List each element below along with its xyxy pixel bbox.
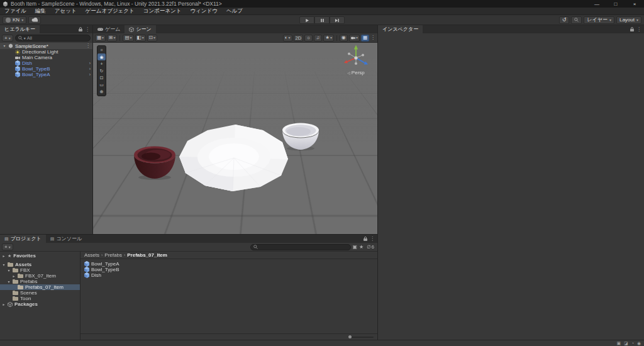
- rect-tool-button[interactable]: ▭: [97, 81, 106, 88]
- tab-game[interactable]: ゲーム: [93, 25, 125, 33]
- hidden-packages-toggle[interactable]: ∅ 6: [365, 244, 375, 250]
- console-status-icon[interactable]: ◪: [624, 341, 628, 345]
- tab-scene[interactable]: シーン: [125, 25, 155, 33]
- prefab-open-arrow-icon[interactable]: ›: [89, 61, 92, 65]
- lock-icon[interactable]: [364, 237, 367, 241]
- kebab-menu-icon[interactable]: ⋮: [86, 43, 92, 48]
- tree-item-favorites[interactable]: ▸ ★ Favorites: [0, 253, 80, 259]
- file-item-bowl-typea[interactable]: Bowl_TypeA: [80, 261, 377, 267]
- undo-history-button[interactable]: ↺: [559, 16, 570, 24]
- scale-tool-button[interactable]: ⊡: [97, 74, 106, 81]
- grid-snap-dropdown[interactable]: ⊞▾: [107, 35, 117, 42]
- pivot-mode-dropdown[interactable]: ▤▾: [123, 35, 133, 42]
- hierarchy-item-dish[interactable]: Dish ›: [0, 60, 92, 66]
- tree-item-scenes[interactable]: Scenes: [0, 290, 80, 296]
- menu-file[interactable]: ファイル: [0, 8, 31, 15]
- play-button[interactable]: [299, 16, 314, 24]
- foldout-open-icon[interactable]: ▾: [7, 269, 11, 272]
- breadcrumb-prefabs[interactable]: Prefabs: [104, 252, 122, 258]
- effects-dropdown[interactable]: ★▾: [323, 35, 334, 42]
- hierarchy-item-directional-light[interactable]: Directional Light: [0, 49, 92, 55]
- tree-item-prefabs-07-item[interactable]: Prefabs_07_Item: [0, 284, 80, 290]
- tab-hierarchy[interactable]: ヒエラルキー: [0, 25, 40, 33]
- activity-icon[interactable]: ▣: [616, 341, 621, 345]
- foldout-closed-icon[interactable]: ▸: [2, 303, 6, 306]
- layers-dropdown[interactable]: レイヤー ▾: [584, 16, 614, 24]
- rotate-tool-button[interactable]: ↻: [97, 67, 106, 74]
- overlay-grip-icon[interactable]: =: [97, 47, 106, 53]
- file-item-bowl-typeb[interactable]: Bowl_TypeB: [80, 267, 377, 272]
- file-item-dish[interactable]: Dish: [80, 272, 377, 278]
- foldout-closed-icon[interactable]: ▸: [12, 274, 16, 278]
- status-menu-icon[interactable]: ◉: [637, 341, 641, 345]
- dish-object[interactable]: [179, 125, 288, 191]
- menu-gameobject[interactable]: ゲームオブジェクト: [81, 8, 139, 15]
- tree-item-fbx-07-item[interactable]: ▸ FBX_07_Item: [0, 273, 80, 279]
- hierarchy-item-main-camera[interactable]: Main Camera: [0, 55, 92, 60]
- icon-size-slider[interactable]: [348, 337, 374, 338]
- prefab-open-arrow-icon[interactable]: ›: [89, 67, 92, 71]
- step-button[interactable]: [330, 16, 345, 24]
- lock-icon[interactable]: [79, 27, 82, 31]
- cloud-services-button[interactable]: [28, 16, 41, 24]
- transform-tool-button[interactable]: ⊕: [97, 88, 106, 95]
- view-tool-button[interactable]: ◉: [97, 53, 106, 60]
- prefab-open-arrow-icon[interactable]: ›: [89, 72, 92, 77]
- scene-canvas[interactable]: = ◉ + ↻ ⊡ ▭ ⊕: [93, 43, 377, 234]
- menu-assets[interactable]: アセット: [50, 8, 81, 15]
- grid-visibility-dropdown[interactable]: ▦▾: [95, 35, 106, 42]
- gizmos-toggle[interactable]: ▦: [361, 35, 369, 42]
- close-button[interactable]: ×: [625, 0, 644, 8]
- snap-toggle-dropdown[interactable]: ⊡▾: [147, 35, 157, 42]
- tree-item-toon[interactable]: Toon: [0, 296, 80, 301]
- foldout-open-icon[interactable]: ▾: [3, 44, 6, 48]
- foldout-open-icon[interactable]: ▾: [2, 263, 6, 267]
- menu-edit[interactable]: 編集: [31, 8, 50, 15]
- orientation-gizmo[interactable]: ◁ Persp: [338, 44, 374, 75]
- audio-toggle[interactable]: ♫: [314, 35, 322, 42]
- kebab-menu-icon[interactable]: ⋮: [370, 237, 375, 242]
- hierarchy-item-bowl-typea[interactable]: Bowl_TypeA ›: [0, 72, 92, 77]
- hierarchy-scene-row[interactable]: ▾ SampleScene* ⋮: [0, 43, 92, 49]
- red-bowl-object[interactable]: [134, 147, 175, 181]
- tree-item-packages[interactable]: ▸ Packages: [0, 301, 80, 307]
- hierarchy-search-input[interactable]: ▾ All: [15, 35, 91, 42]
- tree-item-fbx[interactable]: ▾ FBX: [0, 267, 80, 273]
- camera-settings-dropdown[interactable]: ▾: [349, 35, 360, 42]
- menu-component[interactable]: コンポーネント: [139, 8, 186, 15]
- account-dropdown[interactable]: KN ▾: [3, 16, 26, 24]
- hierarchy-item-bowl-typeb[interactable]: Bowl_TypeB ›: [0, 66, 92, 72]
- pause-button[interactable]: [314, 16, 330, 24]
- tab-inspector[interactable]: インスペクター: [378, 25, 423, 33]
- tree-item-prefabs[interactable]: ▾ Prefabs: [0, 279, 80, 284]
- foldout-closed-icon[interactable]: ▸: [2, 254, 6, 258]
- minimize-button[interactable]: —: [587, 0, 606, 8]
- kebab-menu-icon[interactable]: ⋮: [85, 27, 90, 32]
- layout-dropdown[interactable]: Layout ▾: [616, 16, 641, 24]
- menu-window[interactable]: ウィンドウ: [186, 8, 222, 15]
- gizmo-projection-label[interactable]: Persp: [352, 70, 365, 75]
- lighting-toggle[interactable]: ☼: [304, 35, 313, 42]
- global-search-button[interactable]: [571, 16, 582, 24]
- project-add-button[interactable]: + ▾: [2, 243, 13, 250]
- foldout-open-icon[interactable]: ▾: [7, 280, 11, 284]
- tab-console[interactable]: ▤ コンソール: [46, 235, 86, 243]
- kebab-menu-icon[interactable]: ⋮: [636, 27, 641, 32]
- breadcrumb-assets[interactable]: Assets: [84, 252, 99, 258]
- maximize-button[interactable]: □: [606, 0, 625, 8]
- tab-project[interactable]: ▤ プロジェクト: [0, 235, 46, 243]
- hierarchy-add-button[interactable]: + ▾: [2, 35, 13, 42]
- breadcrumb-current-folder[interactable]: Prefabs_07_Item: [127, 252, 167, 258]
- 2d-toggle[interactable]: 2D: [294, 35, 304, 42]
- move-tool-button[interactable]: +: [97, 60, 106, 67]
- pivot-rotation-dropdown[interactable]: ◧▾: [135, 35, 146, 42]
- menu-help[interactable]: ヘルプ: [222, 8, 247, 15]
- scene-visibility-toggle[interactable]: ◉: [340, 35, 348, 42]
- slider-knob[interactable]: [348, 335, 352, 338]
- lock-icon[interactable]: [630, 27, 634, 31]
- white-bowl-object[interactable]: [282, 123, 319, 151]
- save-search-button[interactable]: ★: [359, 245, 364, 250]
- search-by-type-button[interactable]: ▣: [353, 245, 358, 250]
- progress-icon[interactable]: ◔: [631, 341, 634, 345]
- shading-mode-dropdown[interactable]: ◐▾: [283, 35, 292, 42]
